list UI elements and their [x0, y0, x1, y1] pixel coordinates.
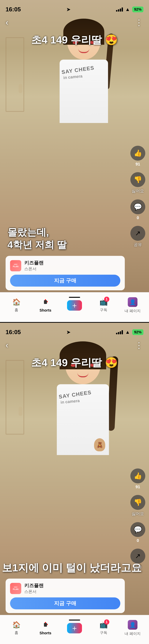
- like-count: 91: [136, 162, 140, 166]
- sponsor-name-2: 키즈플랜: [24, 582, 44, 589]
- sponsor-card-2: KIDZ PLAN 키즈플랜 스폰서 지금 구매: [6, 578, 125, 613]
- dislike-icon: 👎: [130, 172, 145, 187]
- buy-now-button-2[interactable]: 지금 구매: [10, 598, 120, 609]
- subscribe-icon-wrapper: 📺 1: [100, 298, 108, 306]
- bear-plush: 🧸: [94, 438, 105, 451]
- door-detail-2: [6, 360, 24, 434]
- home-label-2: 홈: [14, 630, 18, 635]
- signal-bar-1: [116, 10, 117, 12]
- active-indicator-2: [69, 620, 80, 620]
- nav-plus-2[interactable]: ＋: [60, 623, 89, 634]
- comment-icon: 💬: [130, 200, 145, 214]
- signal-bar-8: [122, 330, 123, 334]
- signal-icon-2: [116, 330, 123, 334]
- door-detail: [6, 37, 24, 112]
- more-options-button[interactable]: ⋮: [135, 18, 144, 27]
- nav-shorts-2[interactable]: Shorts: [31, 621, 60, 635]
- mouth: [78, 48, 90, 53]
- share-label: 공유: [134, 242, 142, 248]
- screen-2: SAY CHEES in camera 🧸 16:05 ➤ ▲ 92% ‹ ⋮: [0, 323, 149, 644]
- home-icon: 🏠: [12, 298, 21, 306]
- action-buttons-panel: 👍 91 👎 싫어요 💬 0 ↗ 공유: [130, 146, 145, 248]
- profile-label-2: 내 페이지: [124, 631, 140, 636]
- dislike-icon-2: 👎: [130, 495, 145, 510]
- video-subtitle-text-2: 보1지에 이미 털이 났더라고요: [2, 562, 147, 574]
- shorts-icon: [42, 298, 49, 307]
- bottom-navigation: 🏠 홈 Shorts ＋ 📺 1 구독 👤 내 페이: [0, 292, 149, 322]
- sponsor-header: KIDZ PLAN 키즈플랜 스폰서: [10, 260, 120, 272]
- buy-now-button[interactable]: 지금 구매: [10, 275, 120, 286]
- location-icon-2: ➤: [66, 329, 70, 335]
- nav-subscribe[interactable]: 📺 1 구독: [89, 298, 118, 312]
- comment-button-2[interactable]: 💬 0: [130, 522, 145, 543]
- nav-profile[interactable]: 👤 내 페이지: [118, 297, 147, 314]
- nav-home[interactable]: 🏠 홈: [2, 298, 31, 312]
- subscribe-badge: 1: [104, 297, 109, 302]
- more-options-button-2[interactable]: ⋮: [135, 340, 144, 350]
- signal-bar-2: [118, 9, 119, 12]
- plus-icon-2: ＋: [67, 623, 82, 634]
- dislike-button-2[interactable]: 👎 싫어요: [130, 495, 145, 516]
- profile-label: 내 페이지: [124, 308, 140, 314]
- share-label-2: 공유: [134, 564, 142, 570]
- subscribe-icon-wrapper-2: 📺 1: [100, 621, 108, 629]
- signal-bar-6: [118, 332, 119, 334]
- subscribe-label: 구독: [100, 308, 107, 312]
- dislike-label-2: 싫어요: [132, 511, 144, 516]
- wifi-icon-2: ▲: [125, 329, 130, 335]
- sponsor-type-2: 스폰서: [24, 589, 44, 594]
- like-button-2[interactable]: 👍 91: [130, 468, 145, 489]
- share-button[interactable]: ↗ 공유: [130, 226, 145, 248]
- video-title-area: 초4 149 우리딸 😍: [0, 34, 149, 46]
- screen-1: SAY CHEES in camera 16:05 ➤ ▲ 92% ‹ ⋮ 초4…: [0, 0, 149, 322]
- comment-count: 0: [137, 216, 139, 220]
- shorts-label-2: Shorts: [40, 631, 51, 635]
- active-indicator: [69, 297, 80, 298]
- sponsor-logo-2: KIDZ PLAN: [10, 583, 21, 594]
- profile-icon: 👤: [128, 297, 138, 307]
- dislike-button[interactable]: 👎 싫어요: [130, 172, 145, 194]
- nav-plus[interactable]: ＋: [60, 300, 89, 311]
- back-button-2[interactable]: ‹: [6, 340, 8, 350]
- like-icon-2: 👍: [130, 468, 145, 483]
- comment-count-2: 0: [137, 538, 139, 543]
- status-time-2: 16:05: [6, 329, 21, 336]
- top-navigation-2: ‹ ⋮: [0, 338, 149, 352]
- video-subtitle-text: 몰랐는데,4학년 저희 딸: [8, 226, 67, 251]
- subscribe-label-2: 구독: [100, 630, 107, 635]
- video-title-text: 초4 149 우리딸 😍: [0, 34, 149, 46]
- nav-home-2[interactable]: 🏠 홈: [2, 621, 31, 635]
- top-navigation: ‹ ⋮: [0, 15, 149, 30]
- share-button-2[interactable]: ↗ 공유: [130, 548, 145, 570]
- like-icon: 👍: [130, 146, 145, 161]
- shorts-label: Shorts: [40, 308, 51, 312]
- nav-shorts[interactable]: Shorts: [31, 298, 60, 312]
- nav-subscribe-2[interactable]: 📺 1 구독: [89, 621, 118, 635]
- like-count-2: 91: [136, 484, 140, 489]
- comment-icon-2: 💬: [130, 522, 145, 537]
- nav-profile-2[interactable]: 👤 내 페이지: [118, 620, 147, 636]
- back-button[interactable]: ‹: [6, 18, 8, 27]
- comment-button[interactable]: 💬 0: [130, 200, 145, 220]
- signal-icon: [116, 7, 123, 12]
- battery-indicator-2: 92%: [132, 329, 144, 335]
- like-button[interactable]: 👍 91: [130, 146, 145, 166]
- svg-rect-0: [44, 300, 47, 304]
- subscribe-badge-2: 1: [104, 620, 109, 624]
- bottom-navigation-2: 🏠 홈 Shorts ＋ 📺 1 구독 👤 내 페이: [0, 615, 149, 644]
- shirt-2: SAY CHEES in camera 🧸: [57, 384, 109, 455]
- sponsor-info-2: 키즈플랜 스폰서: [24, 582, 44, 594]
- person-area-2: SAY CHEES in camera 🧸: [28, 345, 138, 589]
- shirt: SAY CHEES in camera: [60, 60, 108, 123]
- door-handle: [18, 84, 22, 93]
- sponsor-card: KIDZ PLAN 키즈플랜 스폰서 지금 구매: [6, 256, 125, 290]
- shorts-icon-2: [42, 621, 49, 630]
- sponsor-header-2: KIDZ PLAN 키즈플랜 스폰서: [10, 582, 120, 594]
- share-icon: ↗: [130, 226, 145, 241]
- battery-indicator: 92%: [132, 6, 144, 12]
- status-icons: ▲ 92%: [116, 6, 144, 12]
- shirt-text-1: SAY CHEES: [61, 65, 94, 75]
- status-icons-2: ▲ 92%: [116, 329, 144, 335]
- wifi-icon: ▲: [125, 6, 130, 12]
- home-icon-2: 🏠: [12, 621, 21, 629]
